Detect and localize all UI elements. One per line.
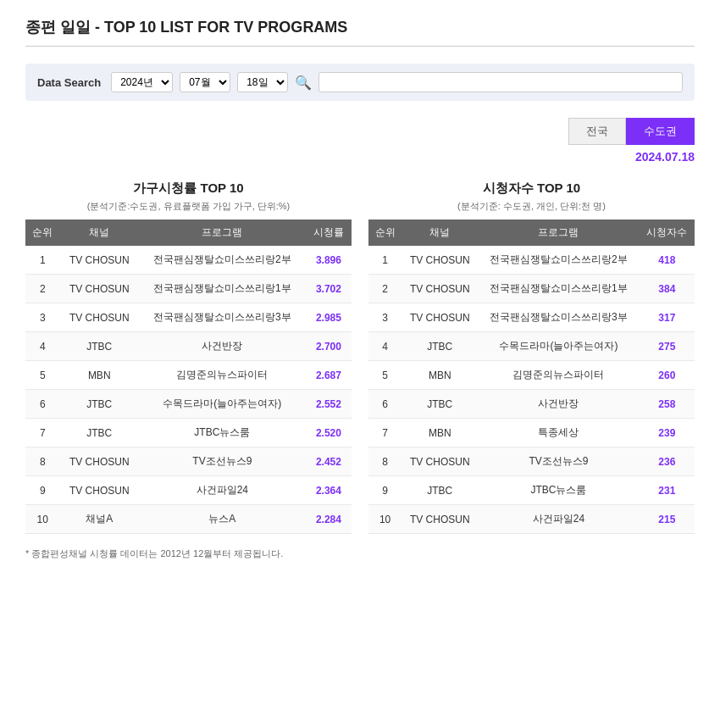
table-row: 8TV CHOSUNTV조선뉴스9236 [368, 447, 695, 476]
col-rank-h: 순위 [25, 220, 60, 246]
tables-container: 가구시청률 TOP 10 (분석기준:수도권, 유료플랫폼 가입 가구, 단위:… [25, 181, 695, 534]
table-cell: 215 [640, 505, 695, 534]
table-cell: 전국팬심쟁탈쇼미스쓰리랑1부 [139, 275, 306, 303]
table-cell: 전국팬심쟁탈쇼미스쓰리랑2부 [139, 246, 306, 275]
col-viewers-v: 시청자수 [640, 220, 695, 246]
table-row: 9JTBCJTBC뉴스룸231 [368, 476, 695, 505]
table-row: 5MBN김명준의뉴스파이터260 [368, 361, 695, 390]
table-cell: 2.687 [306, 361, 352, 390]
table-cell: MBN [60, 361, 139, 390]
date-display: 2024.07.18 [25, 150, 695, 164]
table-cell: TV CHOSUN [60, 303, 139, 332]
table-row: 7JTBCJTBC뉴스룸2.520 [25, 419, 352, 447]
table-cell: 2 [25, 275, 60, 303]
table-row: 6JTBC수목드라마(늘아주는여자)2.552 [25, 390, 352, 419]
table-row: 3TV CHOSUN전국팬심쟁탈쇼미스쓰리랑3부317 [368, 303, 695, 332]
month-select[interactable]: 01월02월03월04월05월06월07월08월09월10월11월12월 [180, 72, 230, 92]
table-cell: TV조선뉴스9 [139, 447, 306, 476]
search-bar: Data Search 2024년2023년2022년 01월02월03월04월… [25, 64, 695, 101]
table-cell: TV CHOSUN [402, 505, 478, 534]
table-cell: 2.452 [306, 447, 352, 476]
table-row: 9TV CHOSUN사건파일242.364 [25, 476, 352, 505]
table-row: 8TV CHOSUNTV조선뉴스92.452 [25, 447, 352, 476]
table-cell: 2.284 [306, 505, 352, 534]
region-buttons: 전국 수도권 [25, 118, 695, 145]
table-cell: JTBC [402, 476, 478, 505]
table-cell: 8 [368, 447, 402, 476]
table-cell: 수목드라마(늘아주는여자) [139, 390, 306, 419]
table-cell: 10 [368, 505, 402, 534]
table-cell: 418 [640, 246, 695, 275]
viewer-table-subtitle: (분석기준: 수도권, 개인, 단위:천 명) [368, 200, 695, 213]
table-cell: 7 [368, 419, 402, 447]
table-cell: TV CHOSUN [60, 246, 139, 275]
col-channel-v: 채널 [402, 220, 478, 246]
table-cell: JTBC [60, 390, 139, 419]
table-cell: 1 [368, 246, 402, 275]
footnote: * 종합편성채널 시청률 데이터는 2012년 12월부터 제공됩니다. [25, 547, 695, 560]
household-table-title: 가구시청률 TOP 10 [25, 181, 352, 197]
table-cell: TV CHOSUN [60, 447, 139, 476]
table-cell: 231 [640, 476, 695, 505]
table-cell: 258 [640, 390, 695, 419]
metro-button[interactable]: 수도권 [626, 118, 695, 145]
year-select[interactable]: 2024년2023년2022년 [111, 72, 173, 92]
search-button[interactable]: 🔍 [295, 75, 312, 91]
table-row: 4JTBC수목드라마(늘아주는여자)275 [368, 332, 695, 361]
table-cell: 260 [640, 361, 695, 390]
viewer-table-title: 시청자수 TOP 10 [368, 181, 695, 197]
national-button[interactable]: 전국 [568, 118, 626, 145]
table-cell: 239 [640, 419, 695, 447]
table-cell: TV CHOSUN [402, 303, 478, 332]
table-row: 5MBN김명준의뉴스파이터2.687 [25, 361, 352, 390]
table-row: 10TV CHOSUN사건파일24215 [368, 505, 695, 534]
household-table-section: 가구시청률 TOP 10 (분석기준:수도권, 유료플랫폼 가입 가구, 단위:… [25, 181, 352, 534]
table-cell: 2.552 [306, 390, 352, 419]
table-cell: TV CHOSUN [402, 447, 478, 476]
table-cell: 8 [25, 447, 60, 476]
table-cell: 9 [25, 476, 60, 505]
table-cell: TV CHOSUN [402, 275, 478, 303]
table-cell: 전국팬심쟁탈쇼미스쓰리랑3부 [478, 303, 639, 332]
table-cell: 5 [368, 361, 402, 390]
table-cell: 236 [640, 447, 695, 476]
table-cell: 채널A [60, 505, 139, 534]
table-row: 2TV CHOSUN전국팬심쟁탈쇼미스쓰리랑1부384 [368, 275, 695, 303]
table-cell: 2.700 [306, 332, 352, 361]
search-label: Data Search [37, 76, 101, 89]
table-row: 2TV CHOSUN전국팬심쟁탈쇼미스쓰리랑1부3.702 [25, 275, 352, 303]
table-cell: TV조선뉴스9 [478, 447, 639, 476]
search-input[interactable] [318, 72, 683, 92]
table-cell: 전국팬심쟁탈쇼미스쓰리랑1부 [478, 275, 639, 303]
table-cell: 전국팬심쟁탈쇼미스쓰리랑2부 [478, 246, 639, 275]
table-cell: 1 [25, 246, 60, 275]
table-cell: 사건파일24 [139, 476, 306, 505]
table-cell: 사건파일24 [478, 505, 639, 534]
table-cell: MBN [402, 361, 478, 390]
col-program-h: 프로그램 [139, 220, 306, 246]
table-row: 7MBN특종세상239 [368, 419, 695, 447]
table-row: 6JTBC사건반장258 [368, 390, 695, 419]
table-cell: 2 [368, 275, 402, 303]
table-cell: 2.520 [306, 419, 352, 447]
table-cell: JTBC뉴스룸 [478, 476, 639, 505]
day-select[interactable]: 01일02일03일04일05일06일07일08일09일10일11일12일13일1… [237, 72, 288, 92]
table-cell: 7 [25, 419, 60, 447]
table-cell: 3.896 [306, 246, 352, 275]
col-program-v: 프로그램 [478, 220, 639, 246]
table-cell: 2.985 [306, 303, 352, 332]
table-cell: 수목드라마(늘아주는여자) [478, 332, 639, 361]
table-cell: JTBC [402, 332, 478, 361]
table-cell: 9 [368, 476, 402, 505]
table-cell: JTBC [60, 332, 139, 361]
table-cell: 275 [640, 332, 695, 361]
table-cell: 6 [25, 390, 60, 419]
table-cell: TV CHOSUN [60, 275, 139, 303]
table-row: 1TV CHOSUN전국팬심쟁탈쇼미스쓰리랑2부3.896 [25, 246, 352, 275]
table-row: 3TV CHOSUN전국팬심쟁탈쇼미스쓰리랑3부2.985 [25, 303, 352, 332]
table-cell: 특종세상 [478, 419, 639, 447]
table-cell: 전국팬심쟁탈쇼미스쓰리랑3부 [139, 303, 306, 332]
household-table-subtitle: (분석기준:수도권, 유료플랫폼 가입 가구, 단위:%) [25, 200, 352, 213]
table-cell: 3 [25, 303, 60, 332]
table-cell: 김명준의뉴스파이터 [478, 361, 639, 390]
